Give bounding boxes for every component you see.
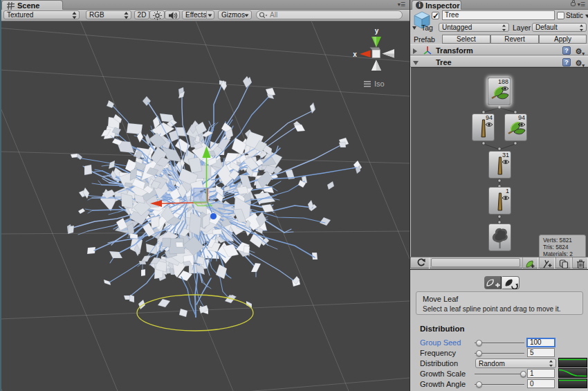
svg-text:Iso: Iso	[374, 80, 385, 88]
svg-text:y: y	[375, 27, 379, 35]
svg-text:x: x	[353, 51, 357, 58]
